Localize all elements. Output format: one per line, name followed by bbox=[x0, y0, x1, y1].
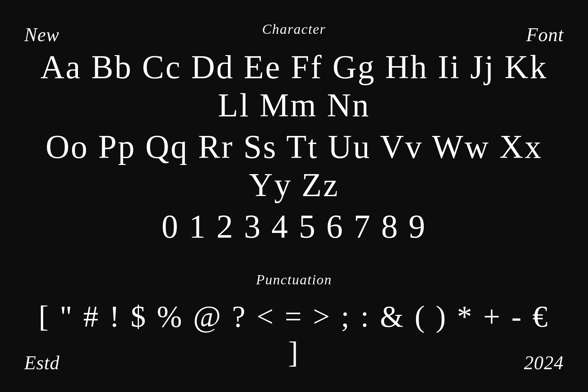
numerals-line: 0 1 2 3 4 5 6 7 8 9 bbox=[29, 208, 559, 246]
alphabet-line-2: Oo Pp Qq Rr Ss Tt Uu Vv Ww Xx Yy Zz bbox=[29, 128, 559, 204]
main-content: Character Aa Bb Cc Dd Ee Ff Gg Hh Ii Jj … bbox=[0, 0, 588, 392]
character-section: Character Aa Bb Cc Dd Ee Ff Gg Hh Ii Jj … bbox=[29, 21, 559, 249]
punctuation-line: [ " # ! $ % @ ? < = > ; : & ( ) * + - € … bbox=[29, 299, 559, 371]
punctuation-section: Punctuation [ " # ! $ % @ ? < = > ; : & … bbox=[29, 271, 559, 371]
punctuation-label: Punctuation bbox=[29, 271, 559, 288]
alphabet-line-1: Aa Bb Cc Dd Ee Ff Gg Hh Ii Jj Kk Ll Mm N… bbox=[29, 48, 559, 124]
character-label: Character bbox=[29, 21, 559, 37]
